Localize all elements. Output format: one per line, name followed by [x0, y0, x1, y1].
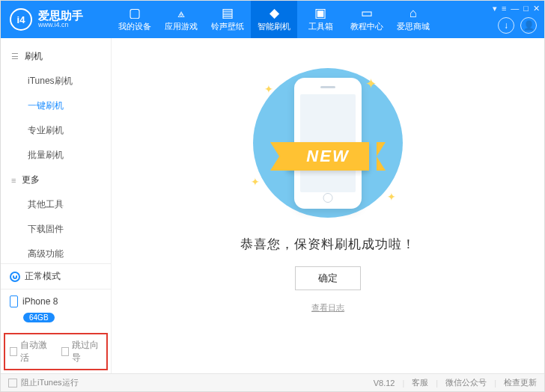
sparkle-icon: ✦ [365, 76, 377, 92]
download-button[interactable]: ↓ [498, 17, 514, 34]
nav-tutorials[interactable]: ▭教程中心 [344, 1, 390, 38]
section-title: 刷机 [25, 50, 43, 63]
header-actions: ↓ 👤 [498, 17, 537, 34]
nav-label: 教程中心 [350, 21, 383, 32]
checkbox-icon [8, 379, 17, 388]
close-icon[interactable]: ✕ [533, 4, 540, 13]
status-icon [10, 272, 20, 282]
device-icon: ▢ [129, 7, 141, 19]
nav-apps[interactable]: ⟁应用游戏 [158, 1, 204, 38]
top-nav: ▢我的设备 ⟁应用游戏 ▤铃声壁纸 ◆智能刷机 ▣工具箱 ▭教程中心 ⌂爱思商城 [112, 1, 544, 38]
main-content: ✦ ✦ ✦ ✦ NEW 恭喜您，保资料刷机成功啦！ 确定 查看日志 [112, 38, 544, 373]
success-message: 恭喜您，保资料刷机成功啦！ [240, 236, 415, 253]
mode-status[interactable]: 正常模式 [1, 263, 111, 289]
auto-activate-checkbox[interactable]: 自动激活 [10, 339, 51, 364]
block-itunes-checkbox[interactable]: 阻止iTunes运行 [8, 377, 79, 388]
checkbox-label: 阻止iTunes运行 [21, 377, 79, 388]
new-ribbon: NEW [287, 142, 368, 171]
logo-icon: i4 [10, 8, 32, 31]
sparkle-icon: ✦ [387, 191, 396, 203]
sparkle-icon: ✦ [264, 83, 273, 95]
sidebar-item-onekey-flash[interactable]: 一键刷机 [1, 94, 111, 118]
brand-url: www.i4.cn [38, 21, 83, 29]
flash-options: 自动激活 跳过向导 [4, 333, 108, 370]
sidebar-item-pro-flash[interactable]: 专业刷机 [1, 118, 111, 143]
device-name: iPhone 8 [22, 296, 58, 307]
nav-label: 我的设备 [118, 21, 151, 32]
sidebar: ☰刷机 iTunes刷机 一键刷机 专业刷机 批量刷机 ≡更多 其他工具 下载固… [1, 38, 112, 373]
phone-icon [10, 295, 18, 307]
section-more: ≡更多 [1, 168, 111, 192]
sidebar-item-download-firmware[interactable]: 下载固件 [1, 217, 111, 242]
maximize-icon[interactable]: □ [523, 4, 529, 13]
collapse-icon[interactable]: ☰ [11, 52, 19, 61]
nav-label: 爱思商城 [397, 21, 430, 32]
checkbox-icon [10, 347, 17, 356]
nav-ringtones[interactable]: ▤铃声壁纸 [204, 1, 251, 38]
check-update-link[interactable]: 检查更新 [504, 377, 537, 388]
success-illustration: ✦ ✦ ✦ ✦ NEW [242, 68, 414, 218]
nav-flash[interactable]: ◆智能刷机 [251, 1, 297, 38]
nav-toolbox[interactable]: ▣工具箱 [297, 1, 344, 38]
view-log-link[interactable]: 查看日志 [311, 302, 344, 313]
ringtone-icon: ▤ [222, 7, 234, 19]
support-link[interactable]: 客服 [412, 377, 428, 388]
apps-icon: ⟁ [177, 7, 185, 19]
store-icon: ⌂ [409, 7, 417, 19]
menu-icon[interactable]: ≡ [502, 4, 506, 13]
skip-guide-checkbox[interactable]: 跳过向导 [61, 339, 103, 364]
sidebar-item-advanced[interactable]: 高级功能 [1, 242, 111, 263]
status-label: 正常模式 [25, 270, 61, 283]
nav-my-device[interactable]: ▢我的设备 [112, 1, 158, 38]
logo-area: i4 爱思助手 www.i4.cn [1, 8, 112, 31]
collapse-icon[interactable]: ≡ [11, 176, 16, 185]
user-button[interactable]: 👤 [520, 17, 537, 34]
sidebar-item-other-tools[interactable]: 其他工具 [1, 192, 111, 217]
version-label: V8.12 [374, 379, 395, 388]
toolbox-icon: ▣ [314, 7, 326, 19]
checkbox-label: 自动激活 [20, 339, 50, 364]
nav-label: 工具箱 [308, 21, 333, 32]
nav-label: 铃声壁纸 [211, 21, 244, 32]
tutorial-icon: ▭ [361, 7, 373, 19]
window-controls: ▾ ≡ — □ ✕ [493, 4, 540, 13]
sidebar-item-itunes-flash[interactable]: iTunes刷机 [1, 69, 111, 94]
wechat-link[interactable]: 微信公众号 [445, 377, 487, 388]
sparkle-icon: ✦ [251, 176, 260, 188]
section-title: 更多 [22, 174, 40, 186]
nav-label: 应用游戏 [165, 21, 198, 32]
storage-badge: 64GB [23, 313, 55, 322]
flash-icon: ◆ [270, 7, 279, 19]
device-info[interactable]: iPhone 8 64GB [1, 289, 111, 330]
nav-label: 智能刷机 [258, 21, 290, 32]
dropdown-icon[interactable]: ▾ [493, 4, 497, 13]
titlebar: i4 爱思助手 www.i4.cn ▢我的设备 ⟁应用游戏 ▤铃声壁纸 ◆智能刷… [1, 1, 544, 38]
minimize-icon[interactable]: — [511, 4, 519, 13]
checkbox-icon [61, 347, 69, 356]
nav-store[interactable]: ⌂爱思商城 [390, 1, 436, 38]
statusbar: 阻止iTunes运行 V8.12| 客服| 微信公众号| 检查更新 [1, 373, 544, 391]
confirm-button[interactable]: 确定 [295, 266, 361, 290]
brand-name: 爱思助手 [38, 10, 83, 21]
checkbox-label: 跳过向导 [72, 339, 102, 364]
sidebar-item-batch-flash[interactable]: 批量刷机 [1, 143, 111, 168]
section-flash: ☰刷机 [1, 44, 111, 69]
